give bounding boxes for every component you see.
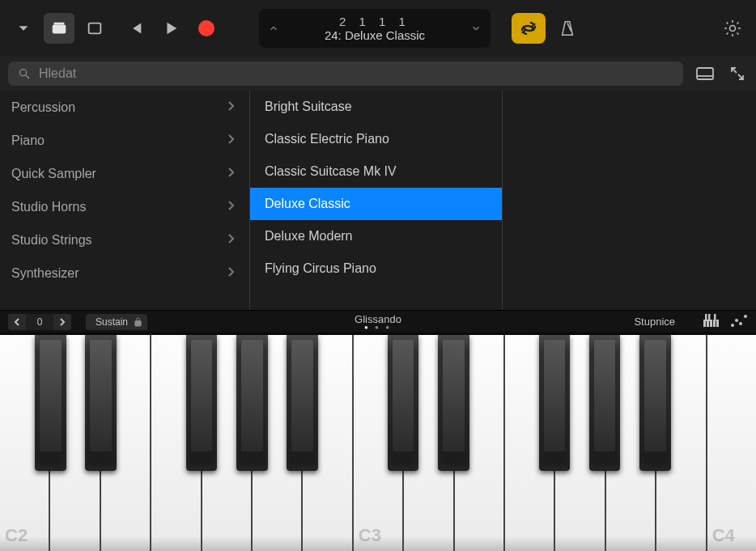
chevron-right-icon <box>227 100 235 115</box>
category-label: Studio Horns <box>11 200 87 214</box>
category-column: PercussionPianoQuick SamplerStudio Horns… <box>0 91 249 310</box>
svg-point-18 <box>735 319 738 322</box>
svg-point-4 <box>20 70 27 76</box>
category-row[interactable]: Studio Strings <box>0 223 249 256</box>
black-key[interactable] <box>438 335 469 471</box>
chevron-left-icon <box>13 318 21 326</box>
search-icon <box>18 67 31 80</box>
preset-row[interactable]: Deluxe Classic <box>250 188 502 220</box>
svg-point-3 <box>730 26 736 32</box>
metronome-icon <box>559 19 576 38</box>
black-key[interactable] <box>186 335 218 471</box>
sustain-button[interactable]: Sustain <box>86 314 147 330</box>
sustain-label: Sustain <box>96 316 128 328</box>
category-row[interactable]: Quick Sampler <box>0 157 249 190</box>
panel-icon <box>695 66 715 82</box>
top-toolbar: 2 1 1 1 24: Deluxe Classic <box>0 0 756 57</box>
white-key[interactable]: C4 <box>707 335 756 551</box>
octave-up-button[interactable] <box>53 314 71 330</box>
skip-back-icon <box>126 19 144 37</box>
black-key[interactable] <box>236 335 268 471</box>
category-label: Percussion <box>11 100 75 115</box>
cycle-button[interactable] <box>512 13 546 44</box>
svg-rect-6 <box>697 68 713 79</box>
window-icon <box>86 19 104 37</box>
menu-dropdown-button[interactable] <box>8 13 39 44</box>
gear-icon <box>723 19 742 38</box>
category-row[interactable]: Piano <box>0 124 249 157</box>
lcd-display[interactable]: 2 1 1 1 24: Deluxe Classic <box>259 9 491 48</box>
black-key[interactable] <box>35 335 66 471</box>
svg-point-17 <box>731 324 734 327</box>
fullscreen-button[interactable] <box>727 65 748 83</box>
chevron-right-icon <box>227 200 235 214</box>
search-input[interactable] <box>39 66 673 81</box>
category-row[interactable]: Studio Horns <box>0 190 249 223</box>
category-row[interactable]: Percussion <box>0 91 249 124</box>
svg-point-20 <box>744 315 747 318</box>
lcd-center: 2 1 1 1 24: Deluxe Classic <box>288 15 461 43</box>
chevron-right-icon <box>58 318 66 326</box>
preset-row[interactable]: Classic Suitcase Mk IV <box>250 155 502 188</box>
chevron-right-icon <box>227 134 235 148</box>
svg-rect-8 <box>135 320 141 325</box>
black-key[interactable] <box>639 335 671 471</box>
black-key[interactable] <box>539 335 571 471</box>
library-button[interactable] <box>44 13 74 44</box>
record-icon <box>198 20 214 36</box>
detail-column <box>502 91 756 310</box>
search-box[interactable] <box>8 61 683 86</box>
play-icon <box>162 19 180 37</box>
go-to-start-button[interactable] <box>120 13 151 44</box>
play-mode-selector[interactable]: Glissando ● ● ● <box>355 313 401 330</box>
category-label: Synthesizer <box>11 266 79 281</box>
black-key[interactable] <box>388 335 419 471</box>
category-label: Quick Sampler <box>11 167 96 181</box>
record-button[interactable] <box>191 13 222 44</box>
settings-button[interactable] <box>717 13 748 44</box>
metronome-button[interactable] <box>552 13 583 44</box>
piano-keyboard[interactable]: C2C3C4 <box>0 333 756 551</box>
key-label: C3 <box>359 525 381 546</box>
view-mode-button[interactable] <box>694 65 716 83</box>
play-button[interactable] <box>155 13 186 44</box>
arpeggiator-button[interactable] <box>730 313 748 330</box>
octave-down-button[interactable] <box>8 314 26 330</box>
preset-row[interactable]: Classic Electric Piano <box>250 123 502 155</box>
octave-value[interactable]: 0 <box>26 314 53 330</box>
lcd-patch-name: 24: Deluxe Classic <box>288 28 461 42</box>
black-key[interactable] <box>287 335 318 471</box>
cycle-icon <box>519 20 538 36</box>
search-row <box>0 57 756 91</box>
preset-row[interactable]: Flying Circus Piano <box>250 252 502 285</box>
lcd-next-button[interactable] <box>461 23 491 34</box>
svg-rect-13 <box>716 320 719 327</box>
scale-button[interactable]: Stupnice <box>634 316 675 328</box>
black-key[interactable] <box>85 335 117 471</box>
octave-nav: 0 <box>8 314 71 330</box>
svg-point-19 <box>739 322 742 325</box>
lcd-prev-button[interactable] <box>259 23 288 34</box>
black-key[interactable] <box>589 335 621 471</box>
chevron-up-icon <box>268 23 279 34</box>
svg-rect-16 <box>714 314 716 321</box>
keyboard-layout-button[interactable] <box>703 313 720 330</box>
preset-column: Bright SuitcaseClassic Electric PianoCla… <box>249 91 502 310</box>
preset-row[interactable]: Deluxe Modern <box>250 220 502 252</box>
key-label: C2 <box>5 525 28 546</box>
page-dots: ● ● ● <box>355 325 401 330</box>
svg-rect-0 <box>53 24 66 33</box>
view-button[interactable] <box>79 13 110 44</box>
category-label: Piano <box>11 134 45 148</box>
chevron-right-icon <box>227 266 235 281</box>
svg-rect-1 <box>54 23 65 25</box>
svg-rect-2 <box>89 23 101 34</box>
keyboard-icon <box>703 313 720 328</box>
key-label: C4 <box>712 525 735 546</box>
preset-row[interactable]: Bright Suitcase <box>250 91 502 123</box>
expand-icon <box>729 66 745 82</box>
lcd-position: 2 1 1 1 <box>288 15 461 28</box>
chevron-right-icon <box>227 233 235 248</box>
svg-rect-15 <box>708 314 711 321</box>
category-row[interactable]: Synthesizer <box>0 256 249 290</box>
